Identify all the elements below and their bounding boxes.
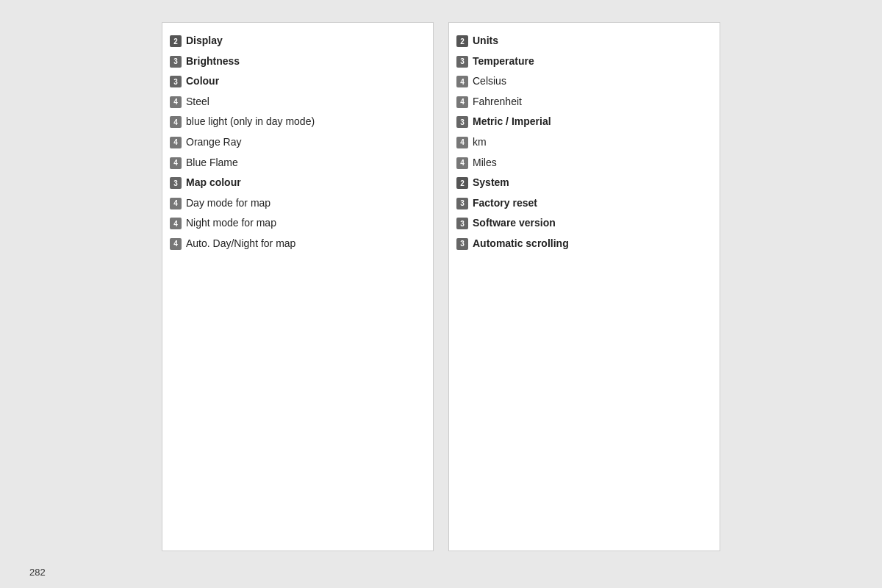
list-item[interactable]: 4km xyxy=(456,133,712,152)
level-badge: 3 xyxy=(456,116,468,128)
level-badge: 2 xyxy=(456,177,468,189)
item-label: Brightness xyxy=(186,54,240,69)
right-panel: 2Units3Temperature4Celsius4Fahrenheit3Me… xyxy=(448,22,720,551)
item-label: Steel xyxy=(186,95,209,110)
level-badge: 2 xyxy=(456,35,468,47)
level-badge: 4 xyxy=(170,137,182,148)
item-label: Automatic scrolling xyxy=(473,237,569,251)
item-label: Blue Flame xyxy=(186,156,238,171)
item-label: Miles xyxy=(473,156,497,171)
list-item[interactable]: 2Units xyxy=(456,32,712,51)
left-panel: 2Display3Brightness3Colour4Steel4blue li… xyxy=(162,22,434,551)
list-item[interactable]: 4blue light (only in day mode) xyxy=(170,112,426,132)
level-badge: 4 xyxy=(170,218,182,229)
list-item[interactable]: 4Night mode for map xyxy=(170,214,426,233)
list-item[interactable]: 2System xyxy=(456,173,712,193)
item-label: Display xyxy=(186,34,223,49)
item-label: Fahrenheit xyxy=(473,95,522,110)
item-label: Night mode for map xyxy=(186,216,276,231)
list-item[interactable]: 3Software version xyxy=(456,214,712,233)
list-item[interactable]: 3Automatic scrolling xyxy=(456,234,712,254)
item-label: blue light (only in day mode) xyxy=(186,115,315,129)
level-badge: 3 xyxy=(456,56,468,68)
level-badge: 4 xyxy=(170,96,182,108)
list-item[interactable]: 4Fahrenheit xyxy=(456,93,712,112)
level-badge: 3 xyxy=(456,238,468,250)
item-label: Temperature xyxy=(473,54,534,69)
level-badge: 3 xyxy=(170,56,182,68)
level-badge: 4 xyxy=(170,157,182,169)
level-badge: 4 xyxy=(456,96,468,108)
item-label: Metric / Imperial xyxy=(473,115,551,129)
item-label: Map colour xyxy=(186,176,241,190)
item-label: Colour xyxy=(186,74,219,89)
list-item[interactable]: 3Map colour xyxy=(170,173,426,193)
item-label: Units xyxy=(473,34,498,49)
level-badge: 4 xyxy=(170,116,182,128)
level-badge: 4 xyxy=(456,157,468,169)
level-badge: 4 xyxy=(170,198,182,209)
list-item[interactable]: 4Miles xyxy=(456,154,712,173)
level-badge: 3 xyxy=(456,198,468,209)
list-item[interactable]: 4Blue Flame xyxy=(170,154,426,173)
level-badge: 4 xyxy=(456,76,468,87)
list-item[interactable]: 4Day mode for map xyxy=(170,194,426,213)
item-label: Celsius xyxy=(473,74,506,89)
list-item[interactable]: 4Orange Ray xyxy=(170,133,426,152)
item-label: Software version xyxy=(473,216,556,231)
level-badge: 4 xyxy=(456,137,468,148)
level-badge: 4 xyxy=(170,238,182,250)
list-item[interactable]: 4Steel xyxy=(170,93,426,112)
level-badge: 3 xyxy=(170,177,182,189)
list-item[interactable]: 3Temperature xyxy=(456,52,712,71)
list-item[interactable]: 3Factory reset xyxy=(456,194,712,213)
level-badge: 3 xyxy=(170,76,182,87)
list-item[interactable]: 3Brightness xyxy=(170,52,426,71)
page-container: 2Display3Brightness3Colour4Steel4blue li… xyxy=(0,0,882,573)
item-label: Orange Ray xyxy=(186,135,241,150)
item-label: System xyxy=(473,176,509,190)
list-item[interactable]: 4Auto. Day/Night for map xyxy=(170,234,426,254)
level-badge: 3 xyxy=(456,218,468,229)
item-label: Day mode for map xyxy=(186,196,270,211)
list-item[interactable]: 3Metric / Imperial xyxy=(456,112,712,132)
list-item[interactable]: 3Colour xyxy=(170,72,426,91)
item-label: Factory reset xyxy=(473,196,537,211)
list-item[interactable]: 4Celsius xyxy=(456,72,712,91)
page-number: 282 xyxy=(29,567,46,578)
item-label: Auto. Day/Night for map xyxy=(186,237,295,251)
item-label: km xyxy=(473,135,487,150)
level-badge: 2 xyxy=(170,35,182,47)
list-item[interactable]: 2Display xyxy=(170,32,426,51)
